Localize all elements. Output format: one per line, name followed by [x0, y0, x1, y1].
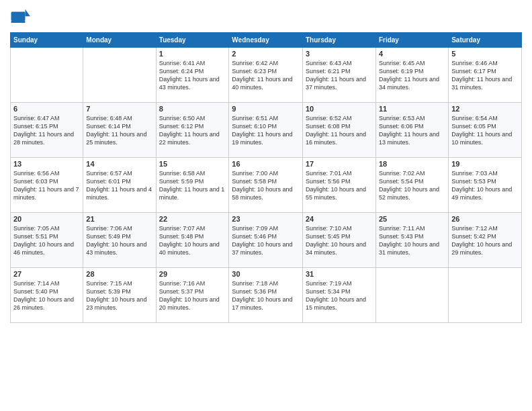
cell-content: Sunrise: 7:18 AM Sunset: 5:36 PM Dayligh…: [232, 279, 300, 312]
day-number: 29: [159, 270, 226, 278]
day-number: 8: [159, 105, 226, 113]
cell-content: Sunrise: 7:06 AM Sunset: 5:49 PM Dayligh…: [86, 224, 152, 257]
cell-content: Sunrise: 7:15 AM Sunset: 5:39 PM Dayligh…: [86, 279, 152, 312]
cell-content: Sunrise: 6:56 AM Sunset: 6:03 PM Dayligh…: [13, 169, 80, 202]
calendar-cell: 5Sunrise: 6:46 AM Sunset: 6:17 PM Daylig…: [449, 48, 522, 103]
calendar-cell: 20Sunrise: 7:05 AM Sunset: 5:51 PM Dayli…: [11, 213, 83, 268]
day-number: 18: [379, 160, 445, 168]
day-number: 27: [13, 270, 80, 278]
week-row-3: 20Sunrise: 7:05 AM Sunset: 5:51 PM Dayli…: [11, 213, 522, 268]
calendar-cell: 23Sunrise: 7:09 AM Sunset: 5:46 PM Dayli…: [229, 213, 303, 268]
calendar-cell: 6Sunrise: 6:47 AM Sunset: 6:15 PM Daylig…: [11, 103, 83, 158]
calendar-cell: 9Sunrise: 6:51 AM Sunset: 6:10 PM Daylig…: [229, 103, 303, 158]
cell-content: Sunrise: 7:05 AM Sunset: 5:51 PM Dayligh…: [13, 224, 80, 257]
calendar-cell: 18Sunrise: 7:02 AM Sunset: 5:54 PM Dayli…: [375, 158, 448, 213]
col-header-sunday: Sunday: [11, 33, 83, 48]
day-number: 26: [451, 215, 519, 223]
calendar: SundayMondayTuesdayWednesdayThursdayFrid…: [10, 32, 522, 323]
cell-content: Sunrise: 7:16 AM Sunset: 5:37 PM Dayligh…: [159, 279, 226, 312]
day-number: 21: [86, 215, 152, 223]
calendar-cell: 26Sunrise: 7:12 AM Sunset: 5:42 PM Dayli…: [449, 213, 522, 268]
col-header-friday: Friday: [375, 33, 448, 48]
cell-content: Sunrise: 7:02 AM Sunset: 5:54 PM Dayligh…: [379, 169, 445, 202]
cell-content: Sunrise: 7:01 AM Sunset: 5:56 PM Dayligh…: [306, 169, 373, 202]
cell-content: Sunrise: 6:45 AM Sunset: 6:19 PM Dayligh…: [379, 59, 445, 92]
calendar-cell: 1Sunrise: 6:41 AM Sunset: 6:24 PM Daylig…: [156, 48, 229, 103]
cell-content: Sunrise: 7:03 AM Sunset: 5:53 PM Dayligh…: [451, 169, 519, 202]
week-row-1: 6Sunrise: 6:47 AM Sunset: 6:15 PM Daylig…: [11, 103, 522, 158]
week-row-0: 1Sunrise: 6:41 AM Sunset: 6:24 PM Daylig…: [11, 48, 522, 103]
day-number: 14: [86, 160, 152, 168]
day-number: 31: [306, 270, 373, 278]
cell-content: Sunrise: 7:19 AM Sunset: 5:34 PM Dayligh…: [306, 279, 373, 312]
page: SundayMondayTuesdayWednesdayThursdayFrid…: [0, 0, 532, 411]
week-row-4: 27Sunrise: 7:14 AM Sunset: 5:40 PM Dayli…: [11, 268, 522, 323]
cell-content: Sunrise: 7:14 AM Sunset: 5:40 PM Dayligh…: [13, 279, 80, 312]
day-number: 5: [451, 50, 519, 58]
day-number: 4: [379, 50, 445, 58]
cell-content: Sunrise: 6:46 AM Sunset: 6:17 PM Dayligh…: [451, 59, 519, 92]
calendar-cell: 17Sunrise: 7:01 AM Sunset: 5:56 PM Dayli…: [302, 158, 375, 213]
calendar-cell: 27Sunrise: 7:14 AM Sunset: 5:40 PM Dayli…: [11, 268, 83, 323]
calendar-cell: [449, 268, 522, 323]
calendar-cell: 14Sunrise: 6:57 AM Sunset: 6:01 PM Dayli…: [83, 158, 156, 213]
calendar-cell: 28Sunrise: 7:15 AM Sunset: 5:39 PM Dayli…: [83, 268, 156, 323]
day-number: 10: [306, 105, 373, 113]
day-number: 2: [232, 50, 300, 58]
day-number: 9: [232, 105, 300, 113]
col-header-thursday: Thursday: [302, 33, 375, 48]
calendar-cell: 30Sunrise: 7:18 AM Sunset: 5:36 PM Dayli…: [229, 268, 303, 323]
calendar-cell: 7Sunrise: 6:48 AM Sunset: 6:14 PM Daylig…: [83, 103, 156, 158]
day-number: 25: [379, 215, 445, 223]
cell-content: Sunrise: 6:50 AM Sunset: 6:12 PM Dayligh…: [159, 114, 226, 147]
logo-icon: [10, 7, 30, 27]
calendar-cell: [83, 48, 156, 103]
calendar-header-row: SundayMondayTuesdayWednesdayThursdayFrid…: [11, 33, 522, 48]
calendar-cell: 24Sunrise: 7:10 AM Sunset: 5:45 PM Dayli…: [302, 213, 375, 268]
day-number: 28: [86, 270, 152, 278]
header: [10, 7, 522, 27]
day-number: 12: [451, 105, 519, 113]
calendar-cell: 12Sunrise: 6:54 AM Sunset: 6:05 PM Dayli…: [449, 103, 522, 158]
day-number: 24: [306, 215, 373, 223]
col-header-tuesday: Tuesday: [156, 33, 229, 48]
cell-content: Sunrise: 7:11 AM Sunset: 5:43 PM Dayligh…: [379, 224, 445, 257]
week-row-2: 13Sunrise: 6:56 AM Sunset: 6:03 PM Dayli…: [11, 158, 522, 213]
day-number: 30: [232, 270, 300, 278]
calendar-cell: 11Sunrise: 6:53 AM Sunset: 6:06 PM Dayli…: [375, 103, 448, 158]
cell-content: Sunrise: 6:52 AM Sunset: 6:08 PM Dayligh…: [306, 114, 373, 147]
col-header-saturday: Saturday: [449, 33, 522, 48]
day-number: 20: [13, 215, 80, 223]
calendar-cell: 21Sunrise: 7:06 AM Sunset: 5:49 PM Dayli…: [83, 213, 156, 268]
cell-content: Sunrise: 7:07 AM Sunset: 5:48 PM Dayligh…: [159, 224, 226, 257]
calendar-cell: 2Sunrise: 6:42 AM Sunset: 6:23 PM Daylig…: [229, 48, 303, 103]
cell-content: Sunrise: 6:41 AM Sunset: 6:24 PM Dayligh…: [159, 59, 226, 92]
calendar-cell: 15Sunrise: 6:58 AM Sunset: 5:59 PM Dayli…: [156, 158, 229, 213]
col-header-monday: Monday: [83, 33, 156, 48]
col-header-wednesday: Wednesday: [229, 33, 303, 48]
cell-content: Sunrise: 6:58 AM Sunset: 5:59 PM Dayligh…: [159, 169, 226, 202]
calendar-cell: 3Sunrise: 6:43 AM Sunset: 6:21 PM Daylig…: [302, 48, 375, 103]
cell-content: Sunrise: 6:42 AM Sunset: 6:23 PM Dayligh…: [232, 59, 300, 92]
cell-content: Sunrise: 7:12 AM Sunset: 5:42 PM Dayligh…: [451, 224, 519, 257]
cell-content: Sunrise: 7:00 AM Sunset: 5:58 PM Dayligh…: [232, 169, 300, 202]
day-number: 23: [232, 215, 300, 223]
calendar-cell: 31Sunrise: 7:19 AM Sunset: 5:34 PM Dayli…: [302, 268, 375, 323]
calendar-cell: 22Sunrise: 7:07 AM Sunset: 5:48 PM Dayli…: [156, 213, 229, 268]
svg-rect-1: [11, 12, 26, 21]
calendar-cell: 25Sunrise: 7:11 AM Sunset: 5:43 PM Dayli…: [375, 213, 448, 268]
calendar-cell: 13Sunrise: 6:56 AM Sunset: 6:03 PM Dayli…: [11, 158, 83, 213]
cell-content: Sunrise: 6:48 AM Sunset: 6:14 PM Dayligh…: [86, 114, 152, 147]
day-number: 16: [232, 160, 300, 168]
cell-content: Sunrise: 6:51 AM Sunset: 6:10 PM Dayligh…: [232, 114, 300, 147]
cell-content: Sunrise: 6:53 AM Sunset: 6:06 PM Dayligh…: [379, 114, 445, 147]
day-number: 1: [159, 50, 226, 58]
cell-content: Sunrise: 6:54 AM Sunset: 6:05 PM Dayligh…: [451, 114, 519, 147]
day-number: 17: [306, 160, 373, 168]
calendar-cell: 10Sunrise: 6:52 AM Sunset: 6:08 PM Dayli…: [302, 103, 375, 158]
cell-content: Sunrise: 6:43 AM Sunset: 6:21 PM Dayligh…: [306, 59, 373, 92]
calendar-cell: [375, 268, 448, 323]
day-number: 7: [86, 105, 152, 113]
day-number: 11: [379, 105, 445, 113]
day-number: 22: [159, 215, 226, 223]
